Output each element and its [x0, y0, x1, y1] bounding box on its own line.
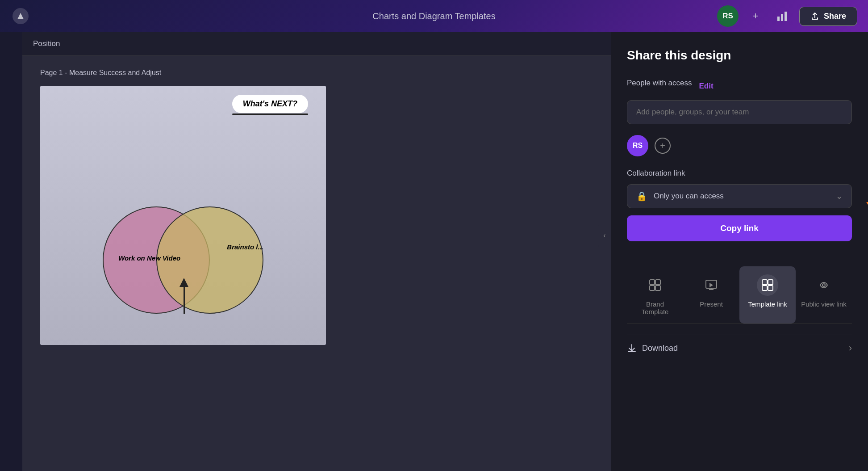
present-label: Present [700, 300, 723, 308]
access-dropdown[interactable]: 🔒 Only you can access ⌄ [627, 184, 852, 208]
svg-rect-6 [650, 286, 655, 290]
topbar: Charts and Diagram Templates RS + Share [0, 0, 868, 32]
share-options-tabs: BrandTemplate Present [627, 266, 852, 324]
present-icon [701, 274, 722, 296]
speech-bubble-text: What's NEXT? [243, 99, 297, 108]
add-button[interactable]: + [746, 6, 765, 26]
share-option-present[interactable]: Present [683, 266, 739, 324]
svg-rect-2 [781, 14, 783, 21]
share-panel: Share this design People with access Edi… [611, 32, 868, 471]
svg-point-15 [822, 284, 825, 286]
topbar-left [11, 6, 30, 26]
add-people-input[interactable] [627, 100, 852, 124]
topbar-right: RS + Share [717, 5, 857, 27]
slide-inner: What's NEXT? Work on New Video Brainsto … [40, 86, 326, 345]
brand-template-label: BrandTemplate [642, 300, 669, 315]
user-initials-avatar: RS [627, 135, 648, 156]
analytics-button[interactable] [772, 6, 792, 26]
svg-rect-11 [762, 280, 767, 285]
svg-rect-3 [785, 12, 787, 21]
people-section-label: People with access [627, 79, 692, 88]
canvas-area: Position Page 1 - Measure Success and Ad… [22, 32, 611, 471]
share-option-brand-template[interactable]: BrandTemplate [627, 266, 683, 324]
public-view-icon [813, 274, 835, 296]
share-label: Share [824, 12, 846, 21]
position-label: Position [33, 39, 60, 48]
venn-diagram: Work on New Video Brainsto l... [94, 184, 272, 327]
page-label: Page 1 - Measure Success and Adjust [40, 69, 593, 77]
svg-rect-14 [768, 286, 773, 290]
collab-label: Collaboration link [627, 169, 852, 178]
public-view-label: Public view link [801, 300, 847, 308]
brand-template-icon [644, 274, 666, 296]
position-bar: Position [22, 32, 611, 55]
document-title: Charts and Diagram Templates [372, 11, 495, 21]
circle-left-label: Work on New Video [118, 253, 180, 263]
collapse-panel-button[interactable]: ‹ [598, 223, 611, 248]
left-sidebar [0, 32, 22, 471]
slide-preview: What's NEXT? Work on New Video Brainsto … [40, 86, 326, 345]
canvas-content: Page 1 - Measure Success and Adjust What… [22, 55, 611, 358]
speech-bubble: What's NEXT? [232, 95, 308, 113]
svg-rect-1 [777, 17, 780, 21]
share-option-template-link[interactable]: Template link [739, 266, 796, 324]
share-button[interactable]: Share [799, 7, 857, 26]
people-section-header: People with access Edit [627, 79, 852, 94]
collab-section: Collaboration link 🔒 Only you can access… [627, 169, 852, 257]
copy-link-container: Copy link [627, 215, 852, 257]
template-link-icon [757, 274, 778, 296]
svg-rect-4 [650, 280, 655, 285]
venn-arrow [179, 278, 188, 314]
add-user-button[interactable]: + [655, 138, 671, 154]
arrow-head [866, 202, 868, 212]
download-text: Download [642, 344, 678, 353]
panel-title: Share this design [627, 48, 852, 63]
copy-link-button[interactable]: Copy link [627, 215, 852, 241]
orange-arrow [866, 153, 868, 212]
user-row: RS + [627, 135, 852, 156]
svg-rect-12 [768, 280, 773, 285]
user-avatar[interactable]: RS [717, 5, 739, 27]
chevron-right-icon: › [849, 342, 852, 354]
edit-link[interactable]: Edit [699, 82, 714, 91]
svg-rect-7 [655, 286, 660, 290]
template-link-label: Template link [748, 300, 787, 308]
access-label: Only you can access [654, 192, 830, 201]
download-label: Download [627, 343, 678, 353]
download-row[interactable]: Download › [627, 335, 852, 361]
app-logo [11, 6, 30, 26]
svg-rect-5 [655, 280, 660, 285]
lock-icon: 🔒 [636, 191, 647, 202]
underline-decor [232, 114, 308, 115]
share-option-public-view[interactable]: Public view link [796, 266, 852, 324]
topbar-center: Charts and Diagram Templates [372, 11, 495, 21]
chevron-down-icon: ⌄ [836, 191, 843, 201]
circle-right-label: Brainsto l... [227, 242, 263, 252]
svg-rect-13 [762, 286, 767, 290]
